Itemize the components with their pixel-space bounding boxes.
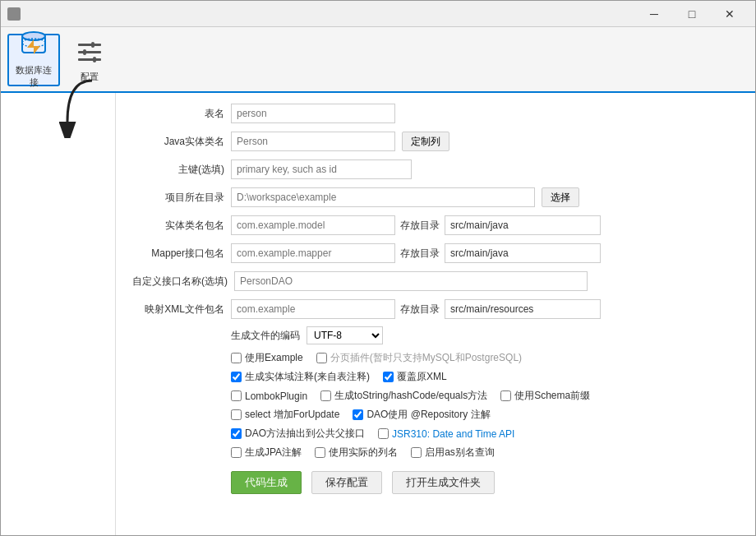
toolbar: 数据库连接 配置: [1, 27, 755, 93]
svg-rect-6: [91, 42, 94, 48]
svg-rect-4: [78, 51, 101, 53]
dao-parent-checkbox[interactable]: [231, 428, 242, 439]
use-example-label: 使用Example: [245, 351, 303, 365]
custom-dao-row: 自定义接口名称(选填): [132, 270, 739, 292]
table-name-input[interactable]: [231, 104, 395, 123]
checkbox-area: 使用Example 分页插件(暂时只支持MySQL和PostgreSQL) 生成…: [132, 351, 739, 460]
override-xml-checkbox-item[interactable]: 覆盖原XML: [383, 370, 447, 384]
config-button[interactable]: 配置: [63, 34, 116, 86]
use-example-checkbox-item[interactable]: 使用Example: [231, 351, 303, 365]
project-dir-input[interactable]: [231, 187, 535, 207]
entity-pkg-label: 实体类名包名: [132, 219, 231, 233]
minimize-button[interactable]: ─: [635, 1, 673, 27]
lombok-checkbox[interactable]: [231, 390, 242, 401]
table-name-row: 表名: [132, 103, 739, 124]
tostring-label: 生成toString/hashCode/equals方法: [334, 389, 487, 403]
gen-jpa-checkbox-item[interactable]: 生成JPA注解: [231, 446, 302, 460]
mapper-pkg-row: Mapper接口包名 存放目录: [132, 243, 739, 264]
primary-key-row: 主键(选填): [132, 159, 739, 180]
as-alias-checkbox[interactable]: [411, 447, 422, 458]
pagination-label: 分页插件(暂时只支持MySQL和PostgreSQL): [330, 351, 522, 365]
encoding-select[interactable]: UTF-8 GBK ISO-8859-1: [307, 326, 383, 344]
db-connect-button[interactable]: 数据库连接: [7, 34, 60, 86]
pagination-checkbox-item[interactable]: 分页插件(暂时只支持MySQL和PostgreSQL): [316, 351, 522, 365]
use-example-checkbox[interactable]: [231, 353, 242, 363]
tostring-checkbox-item[interactable]: 生成toString/hashCode/equals方法: [320, 389, 487, 403]
close-button[interactable]: ✕: [711, 1, 749, 27]
project-dir-label: 项目所在目录: [132, 191, 231, 205]
checkbox-row-6: 生成JPA注解 使用实际的列名 启用as别名查询: [231, 446, 739, 460]
entity-store-input[interactable]: [445, 215, 601, 235]
titlebar-left: [7, 7, 21, 21]
entity-pkg-input[interactable]: [231, 215, 395, 235]
gen-jpa-label: 生成JPA注解: [245, 446, 302, 460]
java-class-row: Java实体类名 定制列: [132, 131, 739, 152]
svg-rect-8: [93, 57, 96, 62]
xml-store-label: 存放目录: [395, 303, 445, 317]
select-dir-button[interactable]: 选择: [542, 187, 579, 207]
checkbox-row-1: 使用Example 分页插件(暂时只支持MySQL和PostgreSQL): [231, 351, 739, 365]
db-connect-icon: [19, 31, 48, 61]
dao-repo-checkbox-item[interactable]: DAO使用 @Repository 注解: [353, 408, 490, 422]
override-xml-checkbox[interactable]: [383, 372, 394, 382]
mapper-store-label: 存放目录: [395, 247, 445, 261]
mapper-pkg-label: Mapper接口包名: [132, 247, 231, 261]
as-alias-checkbox-item[interactable]: 启用as别名查询: [411, 446, 495, 460]
schema-checkbox[interactable]: [500, 390, 511, 401]
custom-col-button[interactable]: 定制列: [402, 132, 449, 151]
mapper-pkg-input[interactable]: [231, 243, 395, 263]
lombok-checkbox-item[interactable]: LombokPlugin: [231, 390, 307, 402]
svg-rect-7: [83, 49, 86, 55]
save-config-button[interactable]: 保存配置: [311, 471, 382, 494]
checkbox-row-5: DAO方法抽出到公共父接口 JSR310: Date and Time API: [231, 427, 739, 441]
actual-cols-checkbox[interactable]: [315, 447, 325, 458]
pagination-checkbox[interactable]: [316, 353, 327, 363]
gen-entity-comment-checkbox-item[interactable]: 生成实体域注释(来自表注释): [231, 370, 370, 384]
app-icon: [7, 7, 21, 21]
jsr310-checkbox[interactable]: [378, 428, 389, 439]
content-area: 表名 Java实体类名 定制列 主键(选填) 项目所在目录 选择: [116, 93, 755, 535]
tostring-checkbox[interactable]: [320, 390, 331, 401]
checkbox-row-2: 生成实体域注释(来自表注释) 覆盖原XML: [231, 370, 739, 384]
project-dir-row: 项目所在目录 选择: [132, 187, 739, 208]
titlebar: ─ □ ✕: [1, 1, 755, 27]
forupdate-checkbox-item[interactable]: select 增加ForUpdate: [231, 408, 339, 422]
sidebar: [1, 93, 116, 535]
table-name-label: 表名: [132, 107, 231, 121]
maximize-button[interactable]: □: [673, 1, 711, 27]
lombok-label: LombokPlugin: [245, 390, 307, 402]
xml-pkg-input[interactable]: [231, 299, 395, 319]
checkbox-row-3: LombokPlugin 生成toString/hashCode/equals方…: [231, 389, 739, 403]
as-alias-label: 启用as别名查询: [425, 446, 495, 460]
java-class-label: Java实体类名: [132, 135, 231, 149]
custom-dao-label: 自定义接口名称(选填): [132, 275, 234, 289]
mapper-store-input[interactable]: [445, 243, 601, 263]
jsr310-checkbox-item[interactable]: JSR310: Date and Time API: [378, 428, 514, 440]
forupdate-label: select 增加ForUpdate: [245, 408, 339, 422]
dao-parent-checkbox-item[interactable]: DAO方法抽出到公共父接口: [231, 427, 365, 441]
actual-cols-label: 使用实际的列名: [329, 446, 398, 460]
override-xml-label: 覆盖原XML: [397, 370, 447, 384]
custom-dao-input[interactable]: [234, 271, 588, 291]
open-output-button[interactable]: 打开生成文件夹: [392, 471, 495, 494]
xml-store-input[interactable]: [445, 299, 601, 319]
gen-entity-comment-label: 生成实体域注释(来自表注释): [245, 370, 370, 384]
schema-checkbox-item[interactable]: 使用Schema前缀: [500, 389, 590, 403]
schema-label: 使用Schema前缀: [514, 389, 590, 403]
xml-pkg-row: 映射XML文件包名 存放目录: [132, 298, 739, 320]
forupdate-checkbox[interactable]: [231, 409, 242, 420]
generate-code-button[interactable]: 代码生成: [231, 471, 302, 494]
dao-repo-checkbox[interactable]: [353, 409, 363, 420]
config-label: 配置: [81, 71, 99, 83]
java-class-input[interactable]: [231, 132, 395, 151]
main-area: 表名 Java实体类名 定制列 主键(选填) 项目所在目录 选择: [1, 93, 755, 535]
primary-key-input[interactable]: [231, 159, 412, 179]
svg-point-1: [22, 32, 45, 40]
config-icon: [75, 38, 104, 67]
jsr310-label: JSR310: Date and Time API: [392, 428, 514, 440]
bottom-buttons: 代码生成 保存配置 打开生成文件夹: [132, 471, 739, 494]
dao-repo-label: DAO使用 @Repository 注解: [366, 408, 490, 422]
gen-jpa-checkbox[interactable]: [231, 447, 242, 458]
gen-entity-comment-checkbox[interactable]: [231, 372, 242, 382]
actual-cols-checkbox-item[interactable]: 使用实际的列名: [315, 446, 398, 460]
